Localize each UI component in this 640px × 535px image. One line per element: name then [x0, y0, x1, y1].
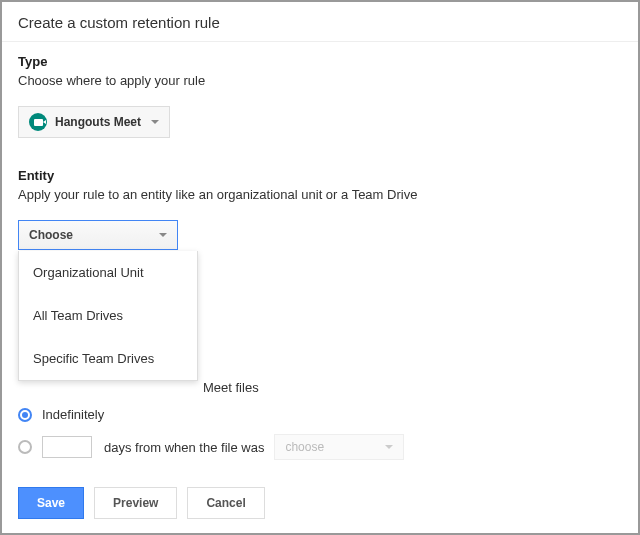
duration-option-days-row[interactable]: days from when the file was choose	[18, 434, 622, 460]
duration-indefinitely-label: Indefinitely	[42, 407, 104, 422]
caret-down-icon	[385, 445, 393, 449]
duration-partial-text: Meet files	[203, 380, 622, 395]
dialog-title: Create a custom retention rule	[2, 2, 638, 42]
type-section-description: Choose where to apply your rule	[18, 73, 622, 88]
cancel-button[interactable]: Cancel	[187, 487, 264, 519]
days-label-after: days from when the file was	[104, 440, 264, 455]
type-section-label: Type	[18, 54, 622, 69]
hangouts-meet-icon	[29, 113, 47, 131]
file-event-dropdown-label: choose	[285, 440, 324, 454]
entity-section-label: Entity	[18, 168, 622, 183]
type-dropdown-selected: Hangouts Meet	[55, 115, 141, 129]
entity-dropdown-menu: Organizational Unit All Team Drives Spec…	[18, 251, 198, 381]
days-input[interactable]	[42, 436, 92, 458]
entity-section-description: Apply your rule to an entity like an org…	[18, 187, 622, 202]
entity-option-specific-team-drives[interactable]: Specific Team Drives	[19, 337, 197, 380]
radio-unselected-icon	[18, 440, 32, 454]
entity-dropdown-selected: Choose	[29, 228, 73, 242]
type-dropdown[interactable]: Hangouts Meet	[18, 106, 170, 138]
entity-dropdown[interactable]: Choose	[18, 220, 178, 250]
save-button[interactable]: Save	[18, 487, 84, 519]
preview-button[interactable]: Preview	[94, 487, 177, 519]
entity-option-all-team-drives[interactable]: All Team Drives	[19, 294, 197, 337]
caret-down-icon	[151, 120, 159, 124]
caret-down-icon	[159, 233, 167, 237]
entity-option-organizational-unit[interactable]: Organizational Unit	[19, 251, 197, 294]
file-event-dropdown-disabled: choose	[274, 434, 404, 460]
duration-option-indefinitely-row[interactable]: Indefinitely	[18, 407, 622, 422]
radio-selected-icon	[18, 408, 32, 422]
